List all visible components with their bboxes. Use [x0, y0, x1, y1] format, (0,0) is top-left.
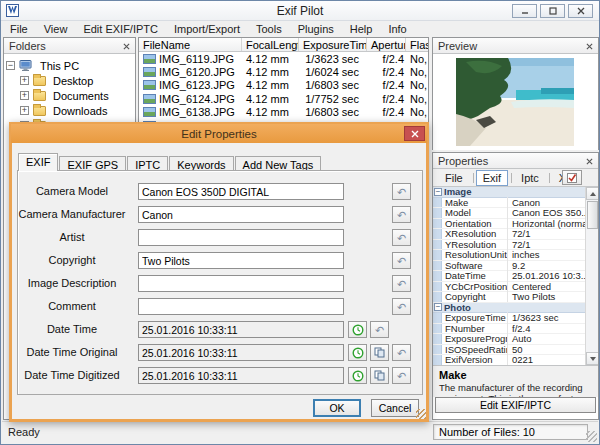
comment-input[interactable]: [138, 298, 344, 315]
copyright-input[interactable]: [138, 252, 344, 269]
undo-button[interactable]: [392, 275, 411, 292]
property-name: DateTime: [442, 270, 508, 281]
tab-keywords[interactable]: Keywords: [169, 156, 233, 171]
file-exposure: 1/6803 sec: [299, 106, 367, 118]
clock-icon: [352, 347, 364, 359]
menu-view[interactable]: View: [36, 22, 76, 37]
tab-iptc-dialog[interactable]: IPTC: [127, 156, 168, 171]
field-label: Date Time Digitized: [12, 369, 132, 381]
dialog-resize-grip[interactable]: [416, 409, 426, 419]
set-time-button[interactable]: [348, 321, 367, 338]
tree-item-documents[interactable]: Documents: [6, 88, 133, 103]
file-row[interactable]: IMG_6119.JPG 4.12 mm 1/3623 sec f/2.4 No…: [139, 52, 428, 65]
menu-bar: File View Edit EXIF/IPTC Import/Export T…: [2, 22, 598, 37]
minus-icon[interactable]: [434, 188, 442, 196]
tree-item-downloads[interactable]: Downloads: [6, 103, 133, 118]
menu-edit-exif-iptc[interactable]: Edit EXIF/IPTC: [75, 22, 166, 37]
property-value: Canon EOS 350...: [508, 207, 585, 218]
tab-exif[interactable]: Exif: [476, 170, 508, 186]
folders-panel-header: Folders: [4, 38, 135, 54]
image-description-input[interactable]: [138, 275, 344, 292]
plus-icon[interactable]: [20, 106, 29, 115]
menu-file[interactable]: File: [2, 22, 36, 37]
plus-icon[interactable]: [20, 76, 29, 85]
undo-button[interactable]: [370, 321, 389, 338]
cancel-button[interactable]: Cancel: [371, 399, 419, 417]
undo-button[interactable]: [392, 183, 411, 200]
file-row[interactable]: IMG_6123.JPG 4.12 mm 1/6803 sec f/2.4 No…: [139, 79, 428, 92]
column-header-filename[interactable]: FileName: [139, 38, 242, 51]
set-time-button[interactable]: [348, 367, 367, 384]
resize-grip[interactable]: [586, 431, 597, 442]
tab-iptc[interactable]: Iptc: [514, 170, 546, 186]
copy-icon: [374, 347, 385, 358]
column-header-exposuretime[interactable]: ExposureTime: [299, 38, 367, 51]
dialog-title-bar[interactable]: Edit Properties: [11, 124, 427, 143]
minus-icon[interactable]: [434, 303, 442, 311]
date-time-input[interactable]: [138, 321, 344, 338]
title-bar[interactable]: Exif Pilot: [1, 1, 599, 21]
undo-icon: [397, 299, 406, 314]
artist-input[interactable]: [138, 229, 344, 246]
scroll-up-icon: [590, 192, 596, 196]
tree-item-this-pc[interactable]: This PC: [6, 58, 133, 73]
edit-exif-iptc-button[interactable]: Edit EXIF/IPTC: [435, 397, 596, 413]
minus-icon[interactable]: [6, 61, 15, 70]
undo-button[interactable]: [392, 252, 411, 269]
file-row[interactable]: IMG_6138.JPG 4.12 mm 1/6803 sec f/2.4 No…: [139, 106, 428, 119]
date-time-original-input[interactable]: [138, 344, 344, 361]
tab-add-new-tags[interactable]: Add New Tags: [235, 156, 322, 171]
maximize-button[interactable]: [540, 4, 565, 18]
plus-icon[interactable]: [20, 91, 29, 100]
column-header-flash[interactable]: Flash: [406, 38, 428, 51]
properties-scrollbar[interactable]: [585, 187, 598, 365]
properties-close-button[interactable]: [583, 155, 595, 167]
camera-manufacturer-input[interactable]: [138, 206, 344, 223]
image-file-icon: [143, 80, 156, 90]
field-row-date-time-original: Date Time Original: [12, 344, 418, 361]
property-value: Auto: [508, 333, 585, 344]
column-header-aperture[interactable]: Aperture: [367, 38, 406, 51]
column-header-focallength[interactable]: FocalLength: [242, 38, 299, 51]
date-time-digitized-input[interactable]: [138, 367, 344, 384]
undo-button[interactable]: [392, 206, 411, 223]
folders-close-button[interactable]: [120, 40, 132, 52]
menu-tools[interactable]: Tools: [248, 22, 290, 37]
computer-icon: [19, 60, 33, 71]
preview-close-button[interactable]: [583, 40, 595, 52]
minimize-icon: [521, 7, 529, 15]
camera-model-input[interactable]: [138, 183, 344, 200]
ok-button[interactable]: OK: [313, 399, 361, 417]
undo-button[interactable]: [392, 229, 411, 246]
scrollbar-thumb[interactable]: [587, 201, 598, 229]
status-ready: Ready: [8, 426, 40, 438]
undo-button[interactable]: [392, 298, 411, 315]
property-row-exifversion[interactable]: ExifVersion0221: [433, 355, 585, 365]
menu-info[interactable]: Info: [380, 22, 414, 37]
tab-exif-dialog[interactable]: EXIF: [18, 153, 58, 171]
file-aperture: f/2.4: [367, 106, 406, 118]
scroll-down-button[interactable]: [586, 352, 598, 365]
tab-exif-gps[interactable]: EXIF GPS: [59, 156, 126, 171]
file-row[interactable]: IMG_6120.JPG 4.12 mm 1/6024 sec f/2.4 No…: [139, 65, 428, 78]
menu-import-export[interactable]: Import/Export: [166, 22, 248, 37]
group-gutter: [433, 198, 442, 208]
close-button[interactable]: [568, 4, 593, 18]
dialog-close-button[interactable]: [404, 126, 425, 141]
file-row[interactable]: IMG_6124.JPG 4.12 mm 1/7752 sec f/2.4 No…: [139, 92, 428, 105]
undo-button[interactable]: [392, 367, 411, 384]
tab-file[interactable]: File: [438, 170, 470, 186]
minimize-button[interactable]: [512, 4, 537, 18]
property-name: Software: [442, 260, 508, 271]
copy-button[interactable]: [370, 344, 389, 361]
menu-plugins[interactable]: Plugins: [290, 22, 342, 37]
menu-help[interactable]: Help: [342, 22, 381, 37]
undo-button[interactable]: [392, 344, 411, 361]
copy-button[interactable]: [370, 367, 389, 384]
tree-item-desktop[interactable]: Desktop: [6, 73, 133, 88]
set-time-button[interactable]: [348, 344, 367, 361]
clock-icon: [352, 370, 364, 382]
scroll-up-button[interactable]: [586, 187, 598, 200]
select-tags-button[interactable]: [562, 170, 582, 185]
group-label: Photo: [444, 302, 471, 313]
